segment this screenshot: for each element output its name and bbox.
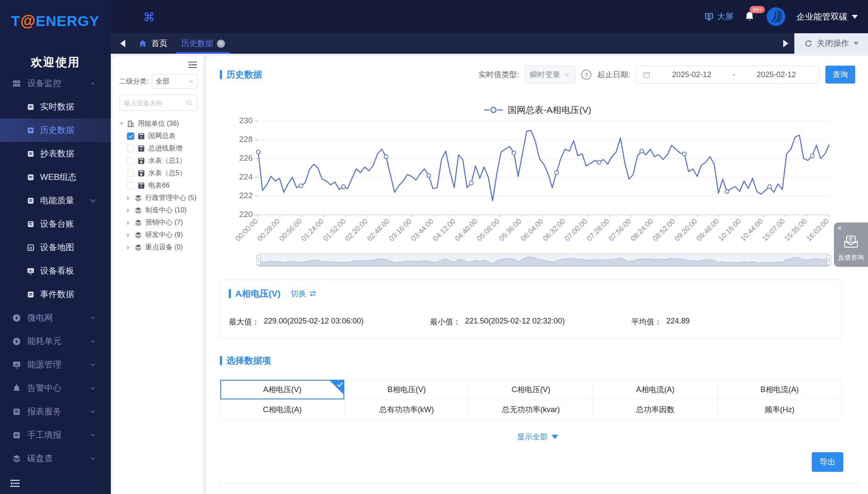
tabs-scroll-left-icon[interactable]	[120, 40, 125, 47]
data-item-B相电流(A)[interactable]: B相电流(A)	[718, 380, 842, 400]
realtime-type-select[interactable]: 瞬时变量	[525, 66, 575, 84]
sidebar-item-power-quality[interactable]: 电能质量	[0, 189, 111, 212]
sidebar-item-energy-unit[interactable]: 能耗单元	[0, 329, 111, 353]
chart-datazoom-slider[interactable]	[258, 253, 829, 267]
datazoom-left-handle[interactable]	[256, 255, 261, 265]
topbar-right-controls: 大屏 99+ 企业能管双碳	[704, 0, 858, 33]
tree-collapse-right-icon[interactable]	[127, 196, 131, 200]
sidebar-item-device-monitor[interactable]: 设备监控	[0, 72, 111, 95]
tab-home[interactable]: 首页	[132, 33, 173, 54]
apps-menu-icon[interactable]: ⌘	[143, 10, 155, 22]
tree-collapse-icon[interactable]	[187, 61, 198, 69]
caret-down-icon	[854, 42, 859, 45]
sidebar-item-energy-mgmt[interactable]: 能源管理	[0, 353, 111, 376]
refresh-icon[interactable]	[804, 39, 813, 48]
tree-device-水表（总1）[interactable]: 水表（总1）	[119, 155, 198, 167]
sidebar-item-alarm-center[interactable]: 告警中心	[0, 376, 111, 400]
workspace-switcher[interactable]: 企业能管双碳	[796, 11, 858, 23]
sidebar-item-label: WEB组态	[40, 171, 77, 183]
sidebar-item-event-data[interactable]: 事件数据	[0, 283, 111, 306]
data-item-B相电压(V)[interactable]: B相电压(V)	[345, 380, 469, 400]
tree-device-电表66[interactable]: 电表66	[119, 179, 198, 192]
search-icon[interactable]	[186, 99, 193, 107]
svg-text:226: 226	[239, 153, 253, 162]
svg-text:D: D	[29, 246, 32, 250]
sidebar-collapse-icon[interactable]	[9, 479, 20, 488]
tree-group-行政管理中心 (5)[interactable]: 行政管理中心 (5)	[119, 192, 198, 204]
tab-bar: 首页 历史数据 × 关闭操作	[111, 33, 868, 54]
tree-collapse-right-icon[interactable]	[127, 221, 131, 225]
tree-device-总进线新增[interactable]: 总进线新增	[119, 142, 198, 155]
tree-collapse-right-icon[interactable]	[127, 246, 131, 250]
home-tab-label: 首页	[151, 38, 167, 49]
svg-text:08:52:00: 08:52:00	[651, 217, 677, 243]
sidebar-item-web-scada[interactable]: WEB组态	[0, 165, 111, 189]
data-item-A相电流(A)[interactable]: A相电流(A)	[593, 380, 718, 400]
data-item-总功率因数[interactable]: 总功率因数	[593, 400, 718, 420]
tab-history-data[interactable]: 历史数据 ×	[173, 33, 233, 54]
sidebar-item-device-board[interactable]: 设备看板	[0, 259, 111, 283]
export-button[interactable]: 导出	[812, 452, 843, 472]
tree-group-营销中心 (7)[interactable]: 营销中心 (7)	[119, 217, 198, 229]
tabs-scroll-right-icon[interactable]	[783, 40, 788, 47]
checkbox-unchecked[interactable]	[127, 145, 134, 152]
device-search-input[interactable]	[124, 99, 183, 107]
bigscreen-button[interactable]: 大屏	[704, 11, 733, 22]
sidebar-item-carbon-check[interactable]: 碳盘查	[0, 447, 111, 464]
datazoom-right-handle[interactable]	[827, 255, 831, 265]
close-operations-dropdown[interactable]: 关闭操作	[794, 33, 868, 54]
chart-legend[interactable]: 国网总表-A相电压(V)	[220, 104, 855, 116]
notifications-button[interactable]: 99+	[744, 10, 756, 23]
sidebar-item-device-map[interactable]: D设备地图	[0, 236, 111, 259]
sidebar-item-device-ledger[interactable]: 设备台账	[0, 212, 111, 236]
date-range-picker[interactable]: 2025-02-12 - 2025-02-12	[636, 66, 819, 84]
checkbox-unchecked[interactable]	[127, 182, 134, 189]
tree-root-node[interactable]: 用能单位 (36)	[119, 118, 198, 130]
switch-metric-button[interactable]: 切换	[291, 289, 317, 299]
tree-group-研发中心 (9)[interactable]: 研发中心 (9)	[119, 229, 198, 241]
close-icon[interactable]: ×	[837, 224, 842, 232]
tree-expand-icon[interactable]	[119, 122, 124, 125]
export-row: 导出	[220, 452, 855, 472]
tree-device-国网总表[interactable]: 国网总表	[119, 130, 198, 142]
tab-close-icon[interactable]: ×	[217, 40, 225, 48]
query-button[interactable]: 查询	[825, 66, 855, 84]
sidebar-item-label: 历史数据	[40, 124, 74, 136]
data-item-C相电压(V)[interactable]: C相电压(V)	[469, 380, 594, 400]
sidebar-item-manual-entry[interactable]: 手工填报	[0, 423, 111, 447]
line-chart[interactable]: 22022222422622823000:00:0000:28:0000:56:…	[220, 117, 855, 250]
data-item-C相电流(A)[interactable]: C相电流(A)	[220, 400, 345, 420]
feedback-widget[interactable]: × 反馈咨询	[834, 222, 868, 267]
data-item-A相电压(V)[interactable]: A相电压(V)	[220, 380, 345, 400]
tree-device-水表（总5）[interactable]: 水表（总5）	[119, 167, 198, 179]
svg-text:03:44:00: 03:44:00	[409, 217, 435, 243]
tree-collapse-right-icon[interactable]	[127, 233, 131, 237]
date-start-value[interactable]: 2025-02-12	[655, 70, 729, 79]
data-item-总有功功率(kW)[interactable]: 总有功功率(kW)	[345, 400, 469, 420]
top-header-bar: ⌘ 大屏 99+ 企业能管双碳	[111, 0, 868, 33]
sidebar-item-microgrid[interactable]: 微电网	[0, 306, 111, 329]
sidebar-item-meter-reading-data[interactable]: 抄表数据	[0, 142, 111, 165]
svg-text:10:44:00: 10:44:00	[739, 217, 764, 243]
sidebar-item-report-service[interactable]: 报表服务	[0, 400, 111, 423]
data-item-总无功功率(kvar)[interactable]: 总无功功率(kvar)	[469, 400, 594, 420]
checkbox-unchecked[interactable]	[127, 170, 134, 177]
svg-text:15:07:00: 15:07:00	[761, 217, 786, 243]
show-all-toggle[interactable]: 显示全部	[220, 432, 855, 442]
tree-group-重点设备 (0)[interactable]: 重点设备 (0)	[119, 241, 198, 254]
calendar-icon	[643, 71, 651, 79]
tree-collapse-right-icon[interactable]	[127, 208, 131, 213]
tree-group-制造中心 (10)[interactable]: 制造中心 (10)	[119, 204, 198, 217]
data-item-频率(Hz)[interactable]: 频率(Hz)	[718, 400, 842, 420]
sidebar-item-history-data[interactable]: 历史数据	[0, 118, 111, 142]
workspace-label: 企业能管双碳	[796, 11, 848, 23]
date-end-value[interactable]: 2025-02-12	[740, 70, 813, 79]
category-select[interactable]: 全部	[152, 74, 198, 89]
help-icon[interactable]: ?	[581, 69, 591, 80]
meter-water-icon	[137, 169, 145, 177]
avatar[interactable]	[767, 7, 785, 26]
checkbox-unchecked[interactable]	[127, 157, 134, 165]
sidebar-item-realtime-data[interactable]: 实时数据	[0, 95, 111, 118]
data-item-label: A相电流(A)	[636, 384, 675, 395]
checkbox-checked[interactable]	[127, 133, 134, 140]
